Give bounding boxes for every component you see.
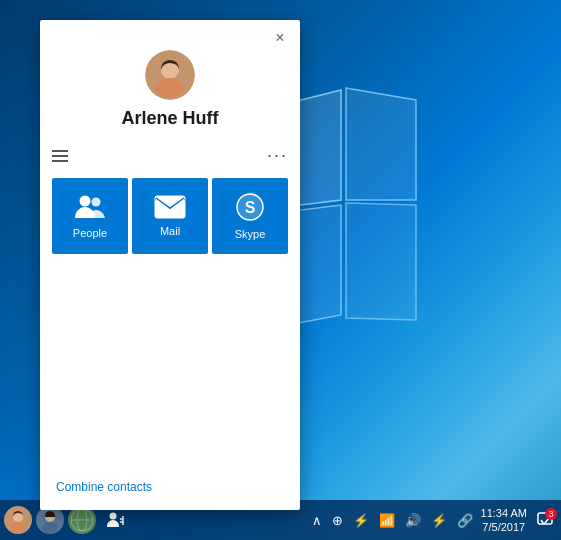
close-button[interactable]: × — [268, 26, 292, 50]
svg-point-6 — [156, 78, 184, 98]
hamburger-menu-button[interactable] — [52, 150, 68, 162]
taskbar-avatar-1[interactable] — [4, 506, 32, 534]
desktop: × Arlene Huff — [0, 0, 561, 540]
svg-text:S: S — [245, 199, 256, 216]
taskbar-avatar-3[interactable] — [68, 506, 96, 534]
mail-tile-icon — [154, 195, 186, 219]
profile-name: Arlene Huff — [121, 108, 218, 129]
people-tile[interactable]: People — [52, 178, 128, 254]
svg-point-16 — [42, 522, 58, 534]
taskbar-avatar-2[interactable] — [36, 506, 64, 534]
power-icon[interactable]: ⚡ — [429, 513, 449, 528]
app-tiles: People Mail S — [40, 174, 300, 270]
skype-tile-icon: S — [235, 192, 265, 222]
svg-point-7 — [80, 196, 91, 207]
avatar — [145, 50, 195, 100]
card-profile: Arlene Huff — [40, 50, 300, 141]
notification-count: 3 — [545, 508, 557, 520]
card-toolbar: ··· — [40, 141, 300, 174]
combine-contacts-link[interactable]: Combine contacts — [40, 480, 300, 510]
mail-tile-label: Mail — [160, 225, 180, 237]
skype-tile-label: Skype — [235, 228, 266, 240]
people-tile-icon — [74, 193, 106, 221]
card-header: × — [40, 20, 300, 50]
svg-point-8 — [92, 198, 101, 207]
svg-point-14 — [10, 522, 26, 534]
card-body — [40, 270, 300, 480]
taskbar-right: ∧ ⊕ ⚡ 📶 🔊 ⚡ 🔗 11:34 AM 7/5/2017 — [310, 506, 557, 535]
chevron-up-icon[interactable]: ∧ — [310, 513, 324, 528]
notification-button[interactable]: 3 — [533, 508, 557, 532]
svg-marker-3 — [346, 203, 416, 320]
globe-icon[interactable]: ⊕ — [330, 513, 345, 528]
clock-time: 11:34 AM — [481, 506, 527, 520]
bluetooth-icon[interactable]: ⚡ — [351, 513, 371, 528]
mail-tile[interactable]: Mail — [132, 178, 208, 254]
svg-marker-1 — [346, 88, 416, 200]
svg-point-20 — [110, 513, 117, 520]
more-options-button[interactable]: ··· — [267, 145, 288, 166]
volume-icon[interactable]: 🔊 — [403, 513, 423, 528]
system-clock[interactable]: 11:34 AM 7/5/2017 — [481, 506, 527, 535]
skype-tile[interactable]: S Skype — [212, 178, 288, 254]
link-icon[interactable]: 🔗 — [455, 513, 475, 528]
clock-date: 7/5/2017 — [481, 520, 527, 534]
people-tile-label: People — [73, 227, 107, 239]
network-icon[interactable]: 📶 — [377, 513, 397, 528]
contact-card: × Arlene Huff — [40, 20, 300, 510]
